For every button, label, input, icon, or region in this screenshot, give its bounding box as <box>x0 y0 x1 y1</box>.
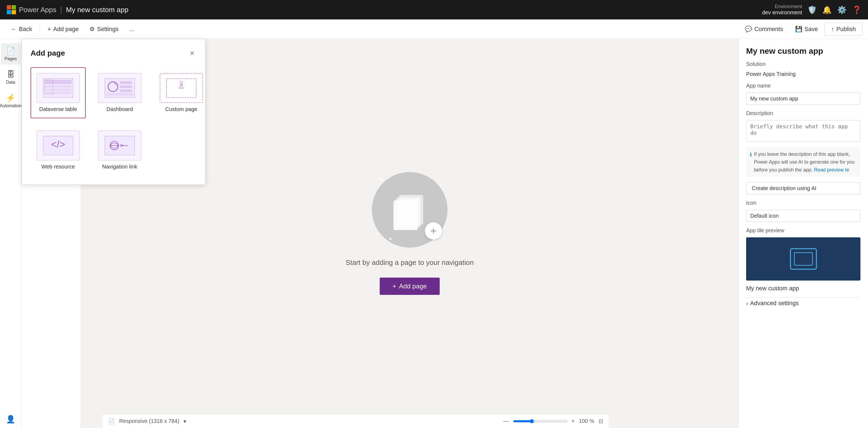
svg-rect-13 <box>120 85 132 88</box>
page-type-dataverse-table[interactable]: Dataverse table <box>31 67 86 118</box>
description-textarea[interactable] <box>746 120 861 142</box>
topbar-logo: Power Apps | My new custom app <box>6 5 128 14</box>
help-icon[interactable]: ❓ <box>852 5 862 14</box>
app-tile-preview-section: App tile preview My new custom app <box>746 227 861 292</box>
solution-label: Solution <box>746 61 861 67</box>
solution-value: Power Apps Training <box>746 71 861 77</box>
settings-button[interactable]: ⚙ Settings <box>84 23 124 35</box>
page-type-custom-page[interactable]: Custom page <box>154 67 209 118</box>
page-type-dashboard[interactable]: Dashboard <box>92 67 147 118</box>
save-button[interactable]: 💾 Save <box>789 23 824 35</box>
web-resource-label: Web resource <box>41 164 75 170</box>
page-type-navigation-link[interactable]: Navigation link <box>92 125 147 176</box>
page-type-web-resource[interactable]: </> Web resource <box>31 125 86 176</box>
modal-close-button[interactable]: × <box>188 48 196 59</box>
advanced-settings[interactable]: › Advanced settings <box>746 297 861 309</box>
canvas-add-page-label: Add page <box>399 283 427 290</box>
publish-button[interactable]: ↑ Publish <box>825 23 863 36</box>
fit-screen-icon[interactable]: ⊡ <box>598 418 603 425</box>
sidebar-item-data[interactable]: 🗄 Data <box>1 67 21 88</box>
zoom-slider[interactable] <box>513 419 567 423</box>
settings-gear-icon: ⚙ <box>89 26 95 33</box>
svg-rect-2 <box>7 10 11 14</box>
canvas-icon-circle: ✦ ✦ ✦ ✦ + <box>372 172 447 248</box>
bell-icon[interactable]: 🔔 <box>822 5 832 14</box>
zoom-level: 100 % <box>579 418 594 424</box>
canvas-add-plus-icon: + <box>393 283 397 290</box>
dataverse-label: Dataverse table <box>39 106 77 112</box>
sidebar-user-profile[interactable]: 👤 <box>1 411 21 428</box>
topbar: Power Apps | My new custom app Environme… <box>0 0 868 20</box>
app-tile-icon <box>790 248 817 270</box>
right-panel-title: My new custom app <box>746 46 861 56</box>
svg-rect-14 <box>120 89 132 92</box>
main-layout: 📄 Pages 🗄 Data ⚡ Automation 👤 Pa N Al Ad… <box>0 39 868 428</box>
publish-icon: ↑ <box>831 26 834 33</box>
env-value: dev environment <box>762 9 802 16</box>
svg-rect-3 <box>11 10 16 14</box>
dashboard-label: Dashboard <box>106 106 133 112</box>
solution-section: Solution Power Apps Training <box>746 61 861 77</box>
user-icon: 👤 <box>6 415 16 424</box>
back-arrow-icon: ← <box>11 26 17 33</box>
dropdown-chevron-icon[interactable]: ▾ <box>184 418 186 425</box>
env-label: Environment <box>775 4 802 9</box>
app-name: Power Apps <box>19 6 57 14</box>
advanced-settings-label: Advanced settings <box>750 300 799 307</box>
zoom-out-icon[interactable]: — <box>503 418 509 424</box>
svg-rect-0 <box>7 5 11 9</box>
canvas-add-page-button[interactable]: + Add page <box>380 277 440 295</box>
svg-rect-7 <box>44 89 72 91</box>
zoom-in-icon[interactable]: + <box>571 418 575 424</box>
topbar-divider: | <box>60 5 62 14</box>
sparkle-icon-1: ✦ <box>379 176 384 184</box>
plus-icon: + <box>48 26 51 33</box>
chevron-down-icon: › <box>746 300 748 306</box>
app-tile-inner-icon <box>794 252 813 266</box>
responsive-label: Responsive (1316 x 784) <box>119 418 179 424</box>
more-dots-icon: ... <box>129 26 134 33</box>
back-button[interactable]: ← Back <box>5 23 37 35</box>
page-icon: 📄 <box>108 418 115 425</box>
modal-header: Add page × <box>31 48 196 59</box>
svg-rect-20 <box>105 136 134 155</box>
sidebar-item-automation[interactable]: ⚡ Automation <box>1 90 21 111</box>
more-button[interactable]: ... <box>124 23 140 35</box>
canvas-plus-icon: + <box>425 222 442 239</box>
comment-icon: 💬 <box>745 26 752 33</box>
custom-thumb <box>160 73 203 103</box>
web-thumb: </> <box>36 131 80 160</box>
svg-rect-6 <box>44 85 72 88</box>
gear-icon[interactable]: ⚙️ <box>837 5 847 14</box>
svg-rect-12 <box>120 81 132 84</box>
icon-input[interactable] <box>746 210 861 222</box>
page-type-grid: Dataverse table <box>31 67 196 176</box>
dataverse-thumb <box>36 73 80 103</box>
app-name-input[interactable] <box>746 93 861 105</box>
comments-label: Comments <box>754 26 783 33</box>
dashboard-thumb <box>98 73 141 103</box>
sparkle-icon-2: ✦ <box>438 177 442 183</box>
custom-page-label: Custom page <box>165 106 197 112</box>
app-tile-name: My new custom app <box>746 283 861 292</box>
bottom-bar: 📄 Responsive (1316 x 784) ▾ — + 100 % ⊡ <box>103 414 609 428</box>
read-preview-link[interactable]: Read preview te <box>814 167 849 172</box>
comments-button[interactable]: 💬 Comments <box>739 23 788 35</box>
sidebar-item-pages[interactable]: 📄 Pages <box>1 43 21 65</box>
navigation-link-label: Navigation link <box>102 164 137 170</box>
create-description-ai-button[interactable]: Create description using AI <box>746 182 861 194</box>
canvas-placeholder: ✦ ✦ ✦ ✦ + Start by adding a page to your… <box>346 172 474 295</box>
microsoft-logo <box>6 5 16 14</box>
description-section: Description <box>746 110 861 142</box>
publish-label: Publish <box>836 26 856 33</box>
shield-icon[interactable]: 🛡️ <box>807 5 817 14</box>
app-tile-preview <box>746 237 861 281</box>
topbar-title: My new custom app <box>66 6 128 14</box>
add-page-modal-overlay: Add page × <box>22 39 206 185</box>
topbar-environment: Environment dev environment <box>762 4 802 16</box>
toolbar-separator <box>40 24 40 34</box>
modal-title: Add page <box>31 49 65 58</box>
info-icon: ℹ <box>750 151 752 174</box>
add-page-button[interactable]: + Add page <box>42 23 84 35</box>
icon-section: Icon <box>746 200 861 222</box>
